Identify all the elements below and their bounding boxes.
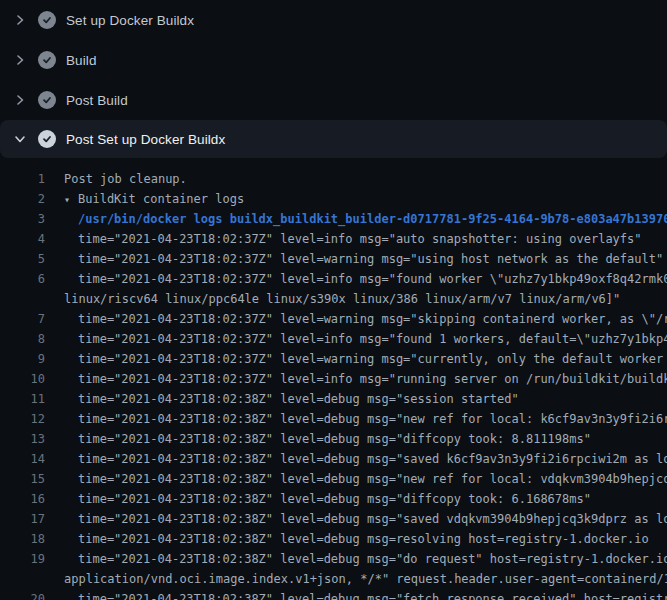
log-line: 10 time="2021-04-23T18:02:37Z" level=inf… <box>0 369 667 389</box>
line-number[interactable]: 19 <box>0 549 45 569</box>
line-number[interactable] <box>0 289 45 309</box>
line-number[interactable]: 15 <box>0 469 45 489</box>
step-header-set-up-docker-buildx[interactable]: Set up Docker Buildx <box>0 0 667 40</box>
group-title[interactable]: BuildKit container logs <box>78 192 244 206</box>
line-text: time="2021-04-23T18:02:38Z" level=debug … <box>45 449 667 469</box>
line-text: time="2021-04-23T18:02:38Z" level=debug … <box>45 469 667 489</box>
actions-log-viewer: Set up Docker Buildx Build Post Build <box>0 0 667 600</box>
line-text: time="2021-04-23T18:02:38Z" level=debug … <box>45 589 667 600</box>
log-line: 18 time="2021-04-23T18:02:38Z" level=deb… <box>0 529 667 549</box>
step-label: Build <box>66 53 97 68</box>
line-text: time="2021-04-23T18:02:38Z" level=debug … <box>45 489 591 509</box>
line-number[interactable]: 12 <box>0 409 45 429</box>
log-line: linux/riscv64 linux/ppc64le linux/s390x … <box>0 289 667 309</box>
line-number[interactable]: 11 <box>0 389 45 409</box>
line-number[interactable]: 3 <box>0 209 45 229</box>
line-number[interactable]: 2 <box>0 189 45 209</box>
line-text: time="2021-04-23T18:02:38Z" level=debug … <box>45 429 591 449</box>
chevron-right-icon <box>12 12 28 28</box>
check-circle-icon <box>38 51 56 69</box>
check-circle-icon <box>38 11 56 29</box>
log-line: 13 time="2021-04-23T18:02:38Z" level=deb… <box>0 429 667 449</box>
line-text: time="2021-04-23T18:02:38Z" level=debug … <box>45 529 649 549</box>
line-text: linux/riscv64 linux/ppc64le linux/s390x … <box>45 289 620 309</box>
log-line: 8 time="2021-04-23T18:02:37Z" level=info… <box>0 329 667 349</box>
check-circle-icon <box>38 130 56 148</box>
line-number[interactable] <box>0 569 45 589</box>
line-text: time="2021-04-23T18:02:37Z" level=info m… <box>45 369 667 389</box>
line-number[interactable]: 8 <box>0 329 45 349</box>
line-text: Post job cleanup. <box>45 169 187 189</box>
line-number[interactable]: 14 <box>0 449 45 469</box>
log-line: 15 time="2021-04-23T18:02:38Z" level=deb… <box>0 469 667 489</box>
line-number[interactable]: 1 <box>0 169 45 189</box>
line-text: application/vnd.oci.image.index.v1+json,… <box>45 569 667 589</box>
log-panel: 1 Post job cleanup. 2 ▾BuildKit containe… <box>0 158 667 600</box>
triangle-down-icon[interactable]: ▾ <box>64 190 78 209</box>
line-text: time="2021-04-23T18:02:37Z" level=warnin… <box>45 249 663 269</box>
log-line: 19 time="2021-04-23T18:02:38Z" level=deb… <box>0 549 667 569</box>
step-list: Set up Docker Buildx Build Post Build <box>0 0 667 158</box>
line-number[interactable]: 6 <box>0 269 45 289</box>
check-circle-icon <box>38 91 56 109</box>
log-line: 7 time="2021-04-23T18:02:37Z" level=warn… <box>0 309 667 329</box>
chevron-right-icon <box>12 52 28 68</box>
log-line: 12 time="2021-04-23T18:02:38Z" level=deb… <box>0 409 667 429</box>
line-number[interactable]: 17 <box>0 509 45 529</box>
step-label: Set up Docker Buildx <box>66 13 194 28</box>
command-line-text[interactable]: /usr/bin/docker logs buildx_buildkit_bui… <box>45 209 667 229</box>
line-text: time="2021-04-23T18:02:38Z" level=debug … <box>45 509 667 529</box>
line-number[interactable]: 10 <box>0 369 45 389</box>
line-text: time="2021-04-23T18:02:38Z" level=debug … <box>45 389 519 409</box>
step-header-post-set-up-docker-buildx[interactable]: Post Set up Docker Buildx <box>0 120 667 158</box>
line-text: time="2021-04-23T18:02:37Z" level=warnin… <box>45 349 667 369</box>
log-line: 3 /usr/bin/docker logs buildx_buildkit_b… <box>0 209 667 229</box>
log-line: application/vnd.oci.image.index.v1+json,… <box>0 569 667 589</box>
chevron-right-icon <box>12 92 28 108</box>
line-text: time="2021-04-23T18:02:38Z" level=debug … <box>45 409 667 429</box>
log-line: 5 time="2021-04-23T18:02:37Z" level=warn… <box>0 249 667 269</box>
line-text: time="2021-04-23T18:02:37Z" level=info m… <box>45 329 667 349</box>
log-line: 16 time="2021-04-23T18:02:38Z" level=deb… <box>0 489 667 509</box>
step-header-build[interactable]: Build <box>0 40 667 80</box>
line-text: time="2021-04-23T18:02:37Z" level=info m… <box>45 269 667 289</box>
log-line: 11 time="2021-04-23T18:02:38Z" level=deb… <box>0 389 667 409</box>
line-number[interactable]: 16 <box>0 489 45 509</box>
line-text: time="2021-04-23T18:02:38Z" level=debug … <box>45 549 667 569</box>
log-line: 6 time="2021-04-23T18:02:37Z" level=info… <box>0 269 667 289</box>
line-text: ▾BuildKit container logs <box>45 189 244 209</box>
log-line: 14 time="2021-04-23T18:02:38Z" level=deb… <box>0 449 667 469</box>
log-line: 20 time="2021-04-23T18:02:38Z" level=deb… <box>0 589 667 600</box>
line-number[interactable]: 5 <box>0 249 45 269</box>
log-line: 4 time="2021-04-23T18:02:37Z" level=info… <box>0 229 667 249</box>
line-number[interactable]: 9 <box>0 349 45 369</box>
step-label: Post Set up Docker Buildx <box>66 132 225 147</box>
line-number[interactable]: 7 <box>0 309 45 329</box>
line-number[interactable]: 13 <box>0 429 45 449</box>
chevron-down-icon <box>12 131 28 147</box>
log-line: 1 Post job cleanup. <box>0 169 667 189</box>
log-line: 2 ▾BuildKit container logs <box>0 189 667 209</box>
line-number[interactable]: 20 <box>0 589 45 600</box>
line-number[interactable]: 4 <box>0 229 45 249</box>
step-header-post-build[interactable]: Post Build <box>0 80 667 120</box>
log-line: 17 time="2021-04-23T18:02:38Z" level=deb… <box>0 509 667 529</box>
line-text: time="2021-04-23T18:02:37Z" level=info m… <box>45 229 642 249</box>
step-label: Post Build <box>66 93 128 108</box>
line-text: time="2021-04-23T18:02:37Z" level=warnin… <box>45 309 667 329</box>
log-line: 9 time="2021-04-23T18:02:37Z" level=warn… <box>0 349 667 369</box>
line-number[interactable]: 18 <box>0 529 45 549</box>
